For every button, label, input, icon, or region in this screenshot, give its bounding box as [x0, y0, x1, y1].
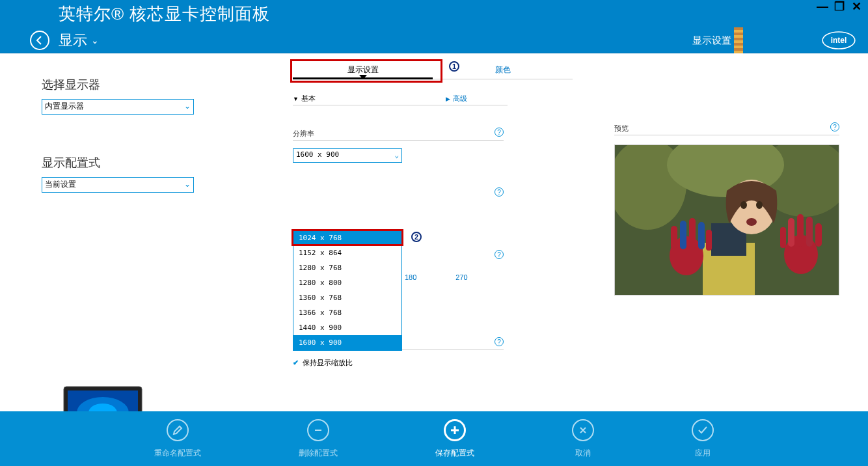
settings-tabs: 显示设置 颜色 1	[293, 61, 573, 79]
window-title: 英特尔® 核芯显卡控制面板	[59, 3, 270, 25]
nav-menu-display[interactable]: 显示 ⌄	[59, 31, 99, 50]
resolution-field: 分辨率 ? 1600 x 900 ⌄ 1024 x 768 1152 x 864…	[293, 129, 504, 163]
svg-point-21	[756, 201, 763, 209]
display-profile-value: 当前设置	[45, 180, 76, 189]
resolution-option[interactable]: 1024 x 768	[293, 230, 401, 245]
scaling-checkbox[interactable]: ✔	[293, 359, 299, 367]
back-button[interactable]	[30, 31, 49, 50]
action-label: 保存配置式	[435, 448, 474, 459]
svg-point-22	[746, 218, 757, 226]
arrow-left-icon	[34, 35, 45, 46]
arrow-down-icon: ▼	[293, 96, 299, 102]
callout-badge-2: 2	[411, 232, 422, 242]
rotation-options: 180 270	[405, 273, 468, 281]
plus-icon	[449, 424, 461, 436]
action-label: 删除配置式	[299, 448, 338, 459]
resolution-option[interactable]: 1280 x 768	[293, 260, 401, 275]
svg-rect-24	[671, 226, 677, 249]
pencil-icon	[172, 424, 183, 436]
svg-text:intel: intel	[831, 36, 847, 45]
svg-rect-28	[706, 230, 712, 251]
help-icon[interactable]: ?	[495, 250, 504, 259]
arrow-right-icon: ▶	[446, 96, 450, 102]
minimize-button[interactable]: —	[815, 0, 830, 13]
scaling-option-label: 保持显示缩放比	[303, 358, 353, 368]
sub-tabs: ▼基本 ▶高级	[293, 94, 579, 103]
svg-rect-26	[689, 218, 696, 249]
cancel-button[interactable]: 取消	[572, 419, 594, 459]
check-icon	[697, 424, 709, 436]
resolution-option[interactable]: 1366 x 768	[293, 305, 401, 320]
svg-rect-31	[788, 218, 794, 247]
preview-label: 预览	[614, 124, 629, 132]
footer-action-bar: 重命名配置式 删除配置式 保存配置式 取消 应用	[0, 411, 868, 466]
preview-image	[614, 144, 839, 295]
intel-logo: intel	[821, 29, 856, 52]
preview-panel: 预览 ?	[614, 124, 839, 295]
resolution-option[interactable]: 1360 x 768	[293, 290, 401, 305]
resolution-label: 分辨率	[293, 130, 314, 137]
main-content: 选择显示器 内置显示器 ⌄ 显示配置式 当前设置 ⌄ 显示设置	[0, 59, 868, 411]
subtab-basic[interactable]: ▼基本	[293, 94, 316, 103]
subtab-advanced[interactable]: ▶高级	[446, 94, 467, 103]
display-profile-label: 显示配置式	[42, 155, 198, 171]
resolution-option[interactable]: 1152 x 864	[293, 245, 401, 260]
svg-rect-33	[806, 217, 813, 247]
title-bar: 英特尔® 核芯显卡控制面板 — ❐ ✕	[0, 0, 868, 27]
restore-button[interactable]: ❐	[832, 0, 847, 13]
svg-rect-34	[815, 223, 822, 247]
resolution-current: 1600 x 900	[296, 150, 339, 159]
rename-profile-button[interactable]: 重命名配置式	[154, 419, 201, 459]
apply-button[interactable]: 应用	[692, 419, 714, 459]
close-button[interactable]: ✕	[848, 0, 864, 13]
svg-rect-32	[797, 214, 804, 247]
sidebar: 选择显示器 内置显示器 ⌄ 显示配置式 当前设置 ⌄	[42, 77, 198, 193]
delete-profile-button[interactable]: 删除配置式	[299, 419, 338, 459]
select-display-value: 内置显示器	[45, 102, 84, 111]
action-label: 应用	[695, 448, 711, 459]
rotation-180[interactable]: 180	[405, 273, 416, 281]
help-icon[interactable]: ?	[495, 128, 504, 137]
help-icon[interactable]: ?	[495, 337, 504, 346]
help-icon[interactable]: ?	[495, 187, 504, 197]
chevron-down-icon: ⌄	[394, 151, 399, 159]
svg-rect-30	[780, 227, 786, 248]
settings-panel: 显示设置 颜色 1 ▼基本 ▶高级 分辨率 ? 1600 x 900 ⌄ 102…	[293, 61, 579, 163]
display-profile-dropdown[interactable]: 当前设置 ⌄	[42, 177, 194, 193]
nav-bar: 显示 ⌄ 显示设置 intel	[0, 27, 868, 53]
help-icon[interactable]: ?	[830, 122, 839, 131]
action-label: 重命名配置式	[154, 448, 201, 459]
x-icon	[578, 425, 588, 435]
callout-badge-1: 1	[449, 61, 459, 72]
resolution-select[interactable]: 1600 x 900 ⌄	[293, 148, 402, 163]
action-label: 取消	[575, 448, 591, 459]
resolution-options-list: 1024 x 768 1152 x 864 1280 x 768 1280 x …	[293, 230, 402, 351]
save-profile-button[interactable]: 保存配置式	[435, 419, 474, 459]
svg-rect-27	[698, 222, 705, 249]
nav-right-tab[interactable]: 显示设置	[686, 27, 738, 53]
resolution-option[interactable]: 1280 x 800	[293, 275, 401, 290]
resolution-option[interactable]: 1440 x 900	[293, 320, 401, 335]
nav-accent-stripe	[734, 27, 743, 53]
resolution-option[interactable]: 1600 x 900	[293, 335, 401, 350]
tab-display-settings[interactable]: 显示设置	[293, 61, 433, 79]
svg-point-20	[740, 201, 747, 209]
svg-rect-25	[680, 221, 686, 249]
select-display-label: 选择显示器	[42, 77, 198, 92]
tab-label: 显示设置	[347, 64, 379, 75]
select-display-dropdown[interactable]: 内置显示器 ⌄	[42, 99, 194, 115]
chevron-down-icon: ⌄	[184, 180, 191, 189]
chevron-down-icon: ⌄	[184, 102, 191, 111]
rotation-270[interactable]: 270	[455, 273, 467, 281]
tab-label: 颜色	[495, 64, 511, 75]
nav-menu-label: 显示	[59, 31, 87, 50]
chevron-down-icon: ⌄	[91, 35, 99, 46]
minus-icon	[312, 424, 324, 436]
